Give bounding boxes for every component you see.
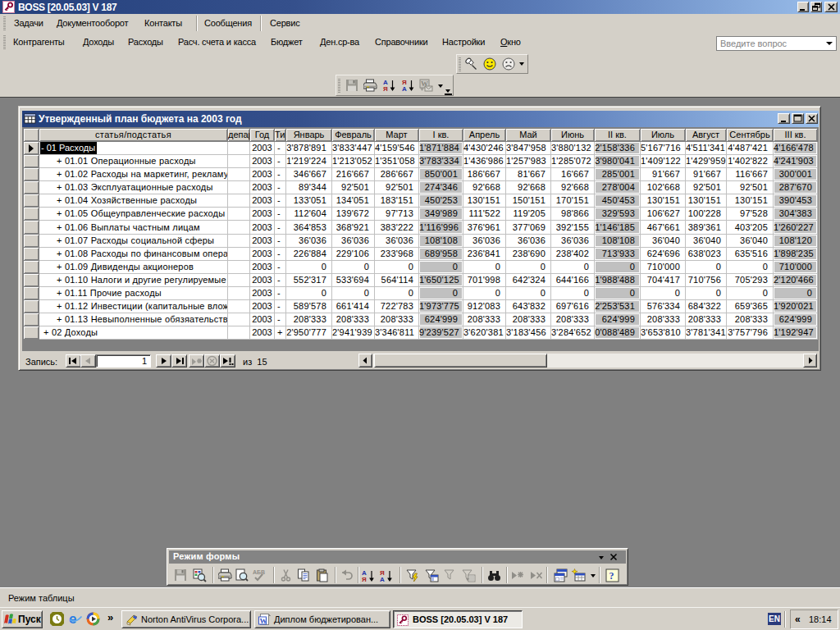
svg-text:Я: Я bbox=[362, 576, 367, 582]
svg-text:e: e bbox=[69, 611, 76, 626]
svg-text:А: А bbox=[402, 85, 407, 92]
svg-text:Я: Я bbox=[383, 85, 388, 92]
svg-text:А: А bbox=[380, 576, 385, 582]
svg-text:?: ? bbox=[609, 570, 614, 582]
svg-text:АБВ: АБВ bbox=[253, 569, 265, 575]
svg-text:W: W bbox=[260, 617, 267, 625]
